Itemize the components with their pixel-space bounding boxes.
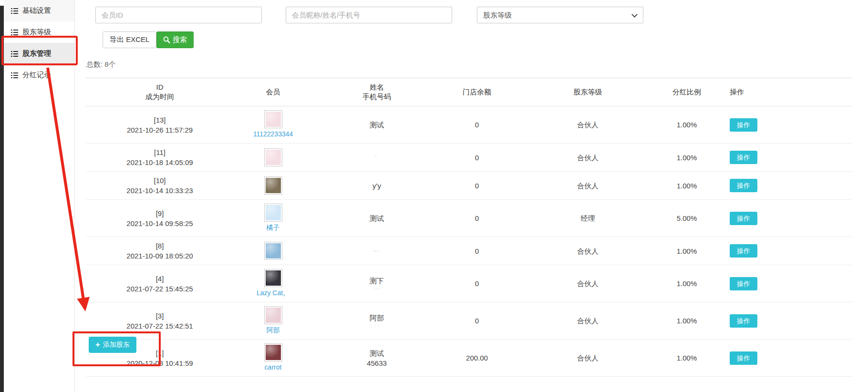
shareholder-level-cell: 合伙人 bbox=[513, 237, 663, 265]
actions-cell: 操作 bbox=[711, 172, 852, 200]
header-dividend-ratio: 分红比例 bbox=[663, 78, 711, 106]
store-balance-cell: 0 bbox=[441, 144, 513, 172]
id-time-cell: [3] 2021-07-22 15:42:51 bbox=[86, 302, 234, 340]
shareholder-level-select[interactable]: 股东等级 bbox=[477, 7, 643, 23]
row-action-button[interactable]: 操作 bbox=[730, 118, 757, 132]
store-balance-cell: 0 bbox=[441, 265, 513, 302]
actions-cell: 操作 bbox=[711, 106, 852, 144]
member-name: 测试 bbox=[312, 348, 441, 358]
dividend-ratio-cell: 1.00% bbox=[663, 265, 711, 302]
sidebar-item-label: 分红记录 bbox=[22, 71, 51, 80]
member-id-input[interactable] bbox=[95, 7, 262, 23]
sidebar-item-basic-settings[interactable]: 基础设置 bbox=[4, 0, 74, 21]
redacted-smudge: – · bbox=[312, 248, 441, 254]
member-nickname-link[interactable]: 阿部 bbox=[267, 325, 280, 335]
member-cell: 11122233344 bbox=[234, 106, 312, 144]
dividend-ratio-cell: 1.00% bbox=[663, 237, 711, 265]
row-action-button[interactable]: 操作 bbox=[730, 351, 757, 365]
store-balance-cell: 0 bbox=[441, 237, 513, 265]
row-action-button[interactable]: 操作 bbox=[730, 151, 757, 164]
shareholders-table: ID成为时间 会员 姓名手机号码 门店余额 股东等级 分红比例 操作 [13] … bbox=[86, 78, 852, 377]
member-nickname-link[interactable]: Lazy Cat。 bbox=[257, 288, 289, 298]
store-balance-cell: 0 bbox=[441, 200, 513, 237]
dividend-ratio-cell: 1.00% bbox=[663, 340, 711, 377]
id-time-cell: [4] 2021-07-22 15:45:25 bbox=[86, 265, 234, 302]
actions-cell: 操作 bbox=[711, 302, 852, 340]
row-action-button[interactable]: 操作 bbox=[730, 179, 757, 192]
avatar-frame bbox=[264, 110, 282, 128]
actions-cell: 操作 bbox=[711, 340, 852, 377]
member-nickname-link[interactable]: carrot bbox=[265, 362, 282, 372]
table-body: [13] 2021-10-26 11:57:29 11122233344 测试 … bbox=[86, 106, 852, 377]
member-nickname-link[interactable]: 11122233344 bbox=[253, 129, 293, 139]
dividend-ratio-cell: 1.00% bbox=[663, 302, 711, 340]
member-since-time: 2021-07-22 15:42:51 bbox=[86, 321, 234, 331]
avatar bbox=[266, 270, 281, 286]
avatar-frame bbox=[264, 269, 282, 287]
left-dark-strip bbox=[0, 6, 4, 392]
name-phone-cell: 测下 ··· bbox=[312, 265, 441, 302]
header-store-balance: 门店余额 bbox=[441, 78, 513, 106]
name-phone-cell: – · bbox=[312, 237, 441, 265]
member-since-time: 2021-10-14 10:33:23 bbox=[86, 186, 234, 196]
actions-cell: 操作 bbox=[711, 200, 852, 237]
member-row-id: [8] bbox=[86, 241, 234, 251]
row-action-button[interactable]: 操作 bbox=[730, 314, 757, 328]
sidebar-item-shareholder-level[interactable]: 股东等级 bbox=[4, 21, 74, 43]
header-id-time: ID成为时间 bbox=[86, 78, 234, 106]
shareholder-level-cell: 合伙人 bbox=[513, 302, 663, 340]
nickname-name-phone-input[interactable] bbox=[286, 7, 452, 23]
add-shareholder-button[interactable]: + 添加股东 bbox=[89, 337, 136, 353]
member-name: 测试 bbox=[312, 120, 441, 130]
member-since-time: 2021-10-18 14:05:09 bbox=[86, 157, 234, 167]
table-row: [13] 2021-10-26 11:57:29 11122233344 测试 … bbox=[86, 106, 852, 144]
member-cell: 橘子 bbox=[234, 200, 312, 237]
table-header-row: ID成为时间 会员 姓名手机号码 门店余额 股东等级 分红比例 操作 bbox=[86, 78, 852, 106]
avatar bbox=[266, 243, 281, 258]
name-phone-cell: ’ · bbox=[312, 144, 441, 172]
member-cell: Lazy Cat。 bbox=[234, 265, 312, 302]
avatar bbox=[266, 178, 281, 193]
avatar-frame bbox=[264, 306, 282, 324]
sidebar-item-dividend-records[interactable]: 分红记录 bbox=[4, 64, 74, 86]
magnifier-icon bbox=[163, 36, 170, 43]
member-cell bbox=[234, 237, 312, 265]
member-row-id: [13] bbox=[86, 115, 234, 125]
row-action-button[interactable]: 操作 bbox=[730, 212, 757, 225]
avatar-frame bbox=[264, 242, 282, 260]
id-time-cell: [8] 2021-10-09 18:05:20 bbox=[86, 237, 234, 265]
avatar bbox=[266, 345, 281, 360]
shareholder-level-cell: 合伙人 bbox=[513, 265, 663, 302]
add-shareholder-label: 添加股东 bbox=[103, 340, 130, 349]
member-nickname-link[interactable]: 橘子 bbox=[267, 223, 280, 233]
member-name: 测下 bbox=[312, 276, 441, 286]
avatar bbox=[266, 150, 281, 165]
search-button-label: 搜索 bbox=[173, 35, 187, 44]
table-row: [1] 2020-12-08 10:41:59 carrot 测试 45633 … bbox=[86, 340, 852, 377]
shareholder-level-cell: 合伙人 bbox=[513, 106, 663, 144]
export-excel-button[interactable]: 导出 EXCEL bbox=[103, 31, 156, 48]
avatar-frame bbox=[264, 148, 282, 166]
redacted-smudge: · · bbox=[312, 323, 441, 329]
member-name: 阿部 bbox=[312, 313, 441, 323]
member-name: y'y bbox=[312, 181, 441, 191]
row-action-button[interactable]: 操作 bbox=[730, 277, 757, 290]
list-icon bbox=[11, 30, 18, 35]
sidebar-item-shareholder-management[interactable]: 股东管理 bbox=[4, 43, 74, 64]
store-balance-cell: 200.00 bbox=[441, 340, 513, 377]
sidebar-item-label: 股东等级 bbox=[22, 28, 51, 37]
shareholder-level-cell: 经理 bbox=[513, 200, 663, 237]
name-phone-cell: y'y bbox=[312, 172, 441, 200]
search-button[interactable]: 搜索 bbox=[156, 31, 194, 48]
table-row: [10] 2021-10-14 10:33:23 y'y 0 合伙人 1.00%… bbox=[86, 172, 852, 200]
list-icon bbox=[11, 72, 18, 78]
avatar-frame bbox=[264, 176, 282, 195]
member-row-id: [4] bbox=[86, 274, 234, 284]
shareholder-level-cell: 合伙人 bbox=[513, 172, 663, 200]
member-name: 测试 bbox=[312, 213, 441, 223]
table-row: [8] 2021-10-09 18:05:20 – · 0 合伙人 1.00% … bbox=[86, 237, 852, 265]
member-cell: carrot bbox=[234, 340, 312, 377]
actions-cell: 操作 bbox=[711, 237, 852, 265]
row-action-button[interactable]: 操作 bbox=[730, 244, 757, 258]
name-phone-cell: 测试 bbox=[312, 200, 441, 237]
